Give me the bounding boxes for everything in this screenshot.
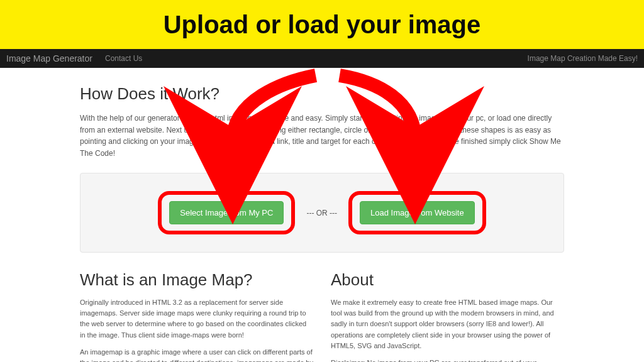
nav-brand[interactable]: Image Map Generator [6, 53, 92, 63]
what-p2: An imagemap is a graphic image where a u… [80, 347, 313, 362]
nav-tagline: Image Map Creation Made Easy! [528, 54, 638, 63]
what-p1: Originally introduced in HTML 3.2 as a r… [80, 297, 313, 340]
load-image-button[interactable]: Load Image from Website [360, 201, 475, 224]
about-title: About [331, 270, 564, 290]
about-p2: Disclaimer: No image from your PC are ev… [331, 358, 564, 362]
how-body: With the help of our generator creating … [80, 112, 564, 159]
highlight-select: Select Image from My PC [158, 191, 295, 234]
highlight-load: Load Image from Website [348, 191, 486, 234]
navbar: Image Map Generator Contact Us Image Map… [0, 49, 644, 68]
select-image-button[interactable]: Select Image from My PC [169, 201, 284, 224]
nav-contact-link[interactable]: Contact Us [105, 54, 142, 63]
what-title: What is an Image Map? [80, 270, 313, 290]
about-p1: We make it extremely easy to create free… [331, 297, 564, 351]
upload-panel: Select Image from My PC --- OR --- Load … [80, 173, 564, 253]
annotation-banner: Upload or load your image [0, 0, 644, 49]
banner-title: Upload or load your image [164, 11, 481, 39]
how-title: How Does it Work? [80, 84, 564, 104]
or-separator: --- OR --- [306, 209, 337, 217]
